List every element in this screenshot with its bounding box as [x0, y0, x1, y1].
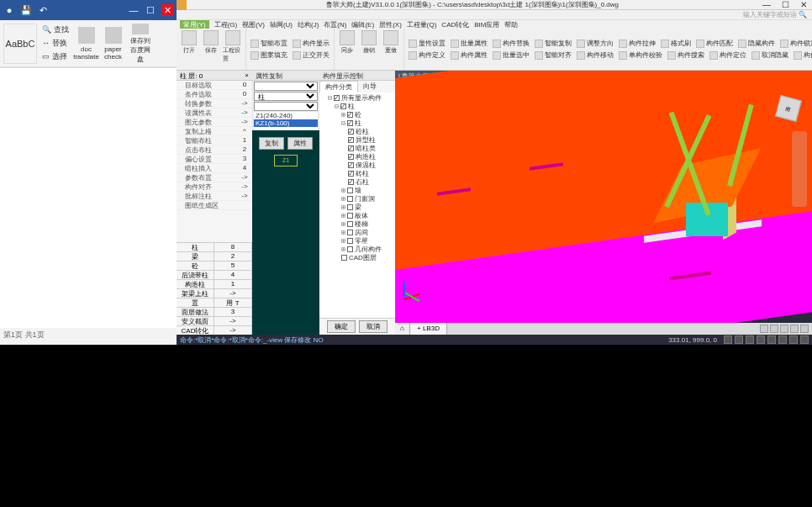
ok-button[interactable]: 确定 [327, 320, 356, 333]
save-icon[interactable]: 💾 [20, 4, 32, 16]
menu-10[interactable]: BIM应用 [474, 20, 499, 29]
maximize-icon[interactable]: ☐ [145, 4, 156, 16]
tb-智能对齐[interactable]: 智能对齐 [533, 50, 573, 61]
menu-3[interactable]: 轴网(U) [270, 20, 293, 29]
gp-list[interactable]: Z1(240-240)KZ1(b-100) [254, 112, 318, 130]
tb-保存[interactable]: 保存 [201, 30, 221, 67]
tool-icon[interactable] [800, 325, 809, 333]
tb-取消隐藏[interactable]: 取消隐藏 [750, 50, 790, 61]
select-button[interactable]: ▭ 选择 [39, 50, 72, 63]
tb-构件显示[interactable]: 构件显示 [291, 38, 331, 50]
menu-6[interactable]: 编辑(E) [351, 20, 374, 29]
prop-参数布置[interactable]: 参数布置-> [177, 173, 252, 182]
gp-select-2[interactable]: 柱 [254, 92, 318, 101]
osnap-toggle[interactable] [767, 335, 776, 344]
3d-canvas[interactable]: 南 [395, 81, 812, 323]
menu-8[interactable]: 工程量(Q) [407, 20, 437, 29]
polar-toggle[interactable] [757, 335, 765, 344]
menu-4[interactable]: 结构(J) [298, 20, 319, 29]
word-document-area[interactable] [0, 67, 177, 328]
tb-构件解锁[interactable]: 构件解锁 [792, 50, 812, 61]
tb-重做[interactable]: 重做 [381, 30, 401, 67]
ptbl-梁[interactable]: 梁2 [177, 251, 252, 261]
prop-构件对齐[interactable]: 构件对齐-> [177, 182, 252, 192]
tb-工程设置[interactable]: 工程设置 [223, 30, 243, 67]
lwt-toggle[interactable] [789, 335, 798, 344]
tree-node-梁[interactable]: ⊞梁 [321, 203, 393, 212]
tree-node-异型柱[interactable]: 异型柱 [321, 136, 393, 145]
tool-icon[interactable] [780, 325, 788, 333]
minimize-icon[interactable]: — [128, 4, 140, 16]
tree-node-砼柱[interactable]: 砼柱 [321, 128, 393, 136]
ptbl-CAD转化[interactable]: CAD转化-> [177, 325, 252, 335]
grid-toggle[interactable] [735, 335, 743, 344]
replace-button[interactable]: ↔ 替换 [39, 37, 72, 50]
tree-node-所有显示构件[interactable]: ⊟所有显示构件 [321, 94, 393, 103]
prop-图元参数[interactable]: 图元参数-> [177, 118, 252, 127]
tree-tab-0[interactable]: 构件分类 [319, 81, 358, 92]
ortho-toggle[interactable] [746, 335, 754, 344]
tree-node-零星[interactable]: ⊞零星 [321, 237, 393, 246]
tool-icon[interactable] [790, 325, 799, 333]
tb-隐藏构件[interactable]: 隐藏构件 [736, 38, 777, 50]
tree-node-柱[interactable]: ⊟柱 [321, 119, 393, 128]
gp-select-1[interactable] [254, 82, 318, 91]
prop-暗柱插入[interactable]: 暗柱插入4 [177, 164, 252, 173]
gp-select-3[interactable] [254, 102, 318, 111]
tool-icon[interactable] [770, 325, 778, 333]
tb-撤销[interactable]: 撤销 [359, 30, 379, 67]
tree-node-构造柱[interactable]: 构造柱 [321, 153, 393, 161]
tb-智能复制[interactable]: 智能复制 [533, 38, 573, 50]
nav-bar[interactable] [792, 131, 807, 207]
menu-1[interactable]: 工程(G) [214, 20, 238, 29]
attr-button[interactable]: 属性 [287, 137, 313, 150]
tool-icon[interactable] [760, 325, 768, 333]
tree-node-房间[interactable]: ⊞房间 [321, 229, 393, 237]
ptbl-构造柱[interactable]: 构造柱1 [177, 279, 252, 288]
tb-显性设置[interactable]: 显性设置 [407, 38, 447, 50]
otrack-toggle[interactable] [778, 335, 787, 344]
cancel-button[interactable]: 取消 [359, 320, 388, 333]
tb-构件移动[interactable]: 构件移动 [575, 50, 615, 61]
tree-node-砖柱[interactable]: 砖柱 [321, 170, 393, 178]
prop-批标注柱[interactable]: 批标注柱-> [177, 192, 252, 201]
tb-批量属性[interactable]: 批量属性 [449, 38, 489, 50]
close-icon[interactable]: ✕ [161, 4, 173, 16]
copy-button[interactable]: 复制 [259, 137, 284, 150]
prop-点击布柱[interactable]: 点击布柱2 [177, 145, 252, 155]
prop-目标选取[interactable]: 目标选取0 [177, 81, 252, 90]
tb-打开[interactable]: 打开 [179, 30, 199, 67]
tree-node-柱[interactable]: ⊟柱 [321, 103, 393, 111]
minimize-icon[interactable]: — [758, 0, 775, 9]
menu-5[interactable]: 布置(N) [324, 20, 346, 29]
menu-0[interactable]: 常用(Y) [180, 20, 209, 29]
tree-node-暗柱类[interactable]: 暗柱类 [321, 145, 393, 153]
menu-9[interactable]: CAD转化 [441, 20, 469, 29]
snap-toggle[interactable] [724, 335, 732, 344]
ptbl-安义截面[interactable]: 安义截面-> [177, 316, 252, 325]
tree-node-门窗洞[interactable]: ⊞门窗洞 [321, 195, 393, 203]
tb-构件匹配[interactable]: 构件匹配 [694, 38, 735, 50]
menu-7[interactable]: 层性(X) [379, 20, 402, 29]
prop-复制上格[interactable]: 复制上格^ [177, 127, 252, 136]
tree-body[interactable]: ⊟所有显示构件⊟柱⊞砼⊟柱砼柱异型柱暗柱类构造柱保温柱砖柱石柱⊞墙⊞门窗洞⊞梁⊞… [319, 92, 395, 318]
model-toggle[interactable] [800, 335, 809, 344]
style-preview[interactable]: AaBbC [3, 24, 37, 64]
ptbl-柱[interactable]: 柱8 [177, 242, 252, 251]
tree-node-砼[interactable]: ⊞砼 [321, 111, 393, 119]
ptbl-架梁上柱[interactable]: 架梁上柱-> [177, 288, 252, 298]
tb-图案填充[interactable]: 图案填充 [249, 50, 289, 61]
find-button[interactable]: 🔍 查找 [39, 24, 72, 36]
prop-转换参数[interactable]: 转换参数-> [177, 99, 252, 108]
prop-智能布柱[interactable]: 智能布柱1 [177, 136, 252, 145]
prop-图纸生成区[interactable]: 图纸生成区 [177, 201, 252, 210]
ptbl-砼[interactable]: 砼5 [177, 261, 252, 270]
tb-批量选中[interactable]: 批量选中 [491, 50, 531, 61]
tb-构件定义[interactable]: 构件定义 [407, 50, 447, 61]
prop-条件选取[interactable]: 条件选取0 [177, 90, 252, 99]
translate-button[interactable]: doc translate [74, 24, 99, 64]
tab-lb3d[interactable]: + LB3D [410, 323, 447, 335]
tb-构件属性[interactable]: 构件属性 [449, 50, 489, 61]
tb-正交开关[interactable]: 正交开关 [291, 50, 331, 61]
tb-智能布置[interactable]: 智能布置 [249, 38, 289, 50]
